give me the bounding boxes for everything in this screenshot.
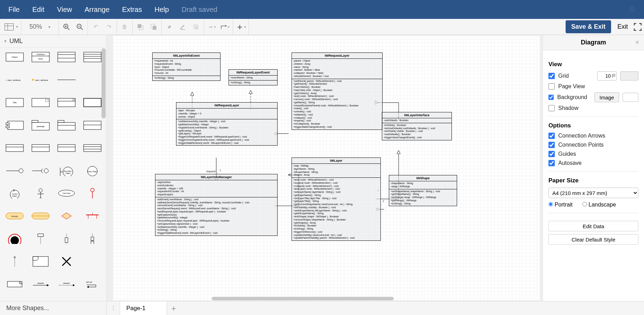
save-exit-button[interactable]: Save & Exit <box>566 20 611 33</box>
shape-lollipop[interactable] <box>4 166 25 176</box>
shape-entity[interactable]: Entity Object <box>82 166 103 176</box>
shape-frame[interactable] <box>30 256 51 267</box>
background-color-swatch[interactable] <box>623 93 638 102</box>
shape-state[interactable] <box>30 211 51 221</box>
shape-block[interactable] <box>82 97 103 108</box>
menu-edit[interactable]: Edit <box>32 6 44 14</box>
grid-color-swatch[interactable] <box>620 71 638 80</box>
shape-empty2[interactable] <box>82 256 103 267</box>
fullscreen-icon[interactable] <box>633 22 643 32</box>
fill-color-icon[interactable] <box>164 22 174 32</box>
gear-icon[interactable]: ⚙ <box>629 5 636 14</box>
landscape-radio[interactable]: Landscape <box>582 202 616 208</box>
delete-icon[interactable]: 🗑 <box>120 22 130 32</box>
zoom-level[interactable]: 50%▾ <box>24 23 56 30</box>
shape-dispatch-2[interactable]: dispatch <box>56 279 77 289</box>
more-shapes-button[interactable]: More Shapes... <box>0 301 107 315</box>
shape-fork[interactable] <box>82 211 103 221</box>
page-tab-1[interactable]: Page-1 <box>120 301 167 315</box>
uml-class-IWLayer[interactable]: IWLayer-map : IWMap-layerName : String-i… <box>292 158 381 241</box>
to-front-icon[interactable] <box>135 22 145 32</box>
menu-extras[interactable]: Extras <box>122 6 142 14</box>
exit-button[interactable]: Exit <box>617 23 628 30</box>
waypoint-icon[interactable]: ▾ <box>220 22 230 32</box>
shape-boundary[interactable]: BoundaryObject <box>56 166 77 176</box>
shape-destroy[interactable] <box>56 256 77 267</box>
redo-icon[interactable]: ↷ <box>104 22 114 32</box>
shape-control[interactable]: ControlObject <box>4 188 25 198</box>
uml-class-IWRequestLayer[interactable]: IWRequestLayer-parent : Object-children … <box>292 52 383 130</box>
shape-item-attr[interactable]: + item: attribute <box>4 75 25 85</box>
shape-decision[interactable] <box>56 211 77 221</box>
shape-self-call[interactable]: self call <box>82 279 103 289</box>
shape-class-c[interactable] <box>56 143 77 153</box>
add-icon[interactable]: ＋▾ <box>236 22 246 32</box>
menu-arrange[interactable]: Arrange <box>85 6 110 14</box>
background-checkbox[interactable] <box>548 94 554 100</box>
background-image-button[interactable]: Image <box>594 92 620 102</box>
connection-icon[interactable]: →▾ <box>207 22 217 32</box>
paper-size-select[interactable]: A4 (210 mm x 297 mm) <box>548 188 638 198</box>
undo-icon[interactable]: ↶ <box>91 22 100 32</box>
conn-arrows-checkbox[interactable] <box>548 133 555 139</box>
edit-data-button[interactable]: Edit Data <box>548 221 638 231</box>
shape-actor[interactable] <box>30 188 51 198</box>
shape-object-split[interactable] <box>82 120 103 131</box>
shape-lifeline-3[interactable] <box>82 233 103 244</box>
menu-view[interactable]: View <box>57 6 72 14</box>
shape-divider[interactable] <box>56 75 77 85</box>
shape-interface[interactable]: «interface»Name <box>30 52 51 62</box>
uml-class-IWRequestLayerEvent[interactable]: IWRequestLayerEvent+eventName : String+t… <box>229 69 278 85</box>
shape-activity[interactable]: Activity <box>4 211 25 221</box>
uml-class-IWRequestLayer_small[interactable]: IWRequestLayer-layer : IWLayer-maxHits :… <box>176 102 278 146</box>
canvas-h-scrollbar[interactable] <box>212 297 394 300</box>
shapes-scrollbar[interactable] <box>101 48 106 301</box>
canvas[interactable]: 1 request 1 1 IWLayerInfoEvent+requested… <box>113 36 540 300</box>
clear-style-button[interactable]: Clear Default Style <box>548 234 638 245</box>
shape-package-2[interactable] <box>56 120 77 131</box>
shape-item-attr-y[interactable]: item: attribute <box>30 75 51 85</box>
grid-checkbox[interactable] <box>548 73 555 79</box>
menu-file[interactable]: File <box>8 6 20 14</box>
menu-help[interactable]: Help <box>155 6 169 14</box>
shape-usecase[interactable]: Use Case <box>56 188 77 198</box>
conn-points-checkbox[interactable] <box>548 142 555 148</box>
sidebar-toggle-icon[interactable] <box>4 22 14 32</box>
shape-lifeline-4[interactable] <box>4 256 25 267</box>
uml-class-IWLayerInfoEvent[interactable]: IWLayerInfoEvent+requestedid : int+reque… <box>152 52 220 81</box>
shape-title[interactable]: Title <box>4 97 25 108</box>
add-page-button[interactable]: ＋ <box>167 301 180 315</box>
shape-class-a[interactable] <box>4 143 25 153</box>
shape-class-5[interactable] <box>82 52 103 62</box>
page-menu-icon[interactable]: ⋮ <box>107 301 120 315</box>
shape-class-d[interactable] <box>82 143 103 153</box>
shape-socket[interactable] <box>30 166 51 176</box>
portrait-radio[interactable]: Portrait <box>548 202 573 208</box>
shape-module[interactable] <box>4 120 25 131</box>
shape-pin[interactable] <box>82 188 103 198</box>
shape-final[interactable] <box>4 233 25 244</box>
close-panel-icon[interactable]: × <box>635 39 639 46</box>
canvas-area[interactable]: 1 request 1 1 IWLayerInfoEvent+requested… <box>107 35 542 301</box>
shape-empty[interactable] <box>82 75 103 85</box>
shadow-checkbox[interactable] <box>548 105 555 111</box>
shape-object[interactable]: Object <box>4 52 25 62</box>
shape-class-b[interactable] <box>30 143 51 153</box>
guides-checkbox[interactable] <box>548 151 555 157</box>
line-color-icon[interactable] <box>178 22 188 32</box>
shape-note[interactable] <box>4 279 25 289</box>
shape-lifeline-2[interactable] <box>56 233 77 244</box>
shapes-category-uml[interactable]: UML <box>0 35 106 48</box>
shape-class-3[interactable] <box>56 52 77 62</box>
to-back-icon[interactable] <box>149 22 159 32</box>
shadow-icon[interactable] <box>191 22 201 32</box>
shape-component[interactable] <box>30 97 51 108</box>
zoom-in-icon[interactable] <box>62 22 71 32</box>
shape-package[interactable]: package <box>30 120 51 131</box>
uml-class-IWShape[interactable]: IWShape-shapeName : String-range : IWRan… <box>389 175 457 206</box>
uml-class-IWLayerInterface[interactable]: IWLayerInterface-useDefaults : Boolean-i… <box>382 112 452 140</box>
autosave-checkbox[interactable] <box>548 160 555 166</box>
shape-dispatch-1[interactable]: dispatch <box>30 279 51 289</box>
uml-class-IWLayerInfoManager[interactable]: IWLayerInfoManager-captureSize-eventList… <box>155 174 278 236</box>
zoom-out-icon[interactable] <box>75 22 85 32</box>
